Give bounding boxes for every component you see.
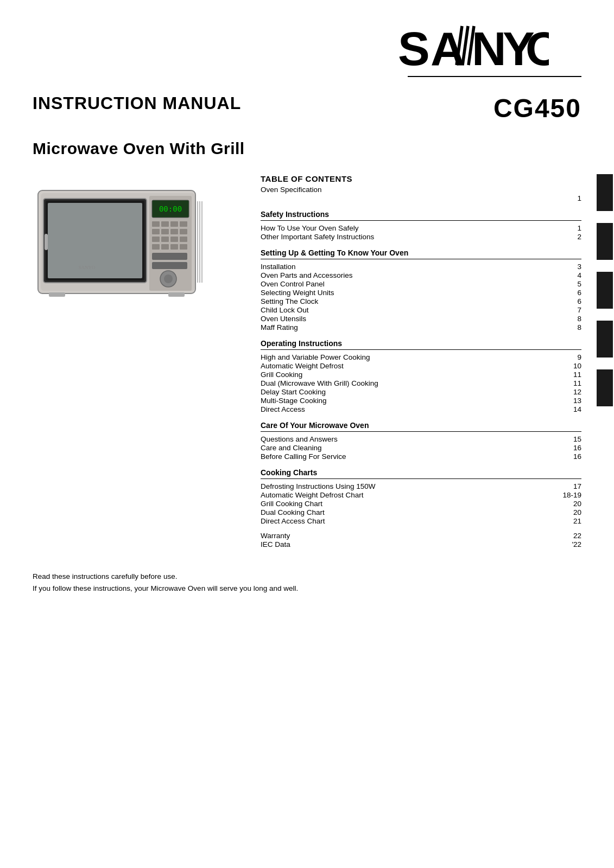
svg-rect-18	[161, 221, 169, 227]
toc-entry: Oven Control Panel5	[261, 280, 581, 288]
side-tab-1	[597, 174, 613, 211]
model-number: CG450	[493, 93, 581, 123]
toc-entry: High and Variable Power Cooking9	[261, 353, 581, 361]
toc-entry-page: 6	[560, 289, 581, 297]
svg-rect-21	[152, 229, 160, 234]
toc-entry: Delay Start Cooking12	[261, 388, 581, 396]
toc-entry: Warranty22	[261, 532, 581, 540]
page: S A N Y O INSTRUCTION MANUAL CG450 Micro…	[0, 0, 614, 868]
toc-divider-2	[261, 349, 581, 350]
toc-entry-page: 5	[560, 280, 581, 288]
toc-entry-label: Before Calling For Service	[261, 452, 560, 461]
toc-entry-label: Oven Control Panel	[261, 280, 560, 288]
toc-entry: Dual Cooking Chart20	[261, 508, 581, 516]
toc-entry-page: 7	[560, 306, 581, 314]
header-row: INSTRUCTION MANUAL CG450	[33, 93, 581, 123]
toc-oven-spec-label: Oven Specification	[261, 186, 560, 194]
svg-rect-20	[180, 221, 187, 227]
svg-rect-26	[161, 237, 169, 242]
toc-entry-label: Warranty	[261, 532, 560, 540]
side-tab-5	[597, 369, 613, 406]
toc-section-heading-0: Safety Instructions	[261, 210, 581, 219]
toc-entry-label: High and Variable Power Cooking	[261, 353, 560, 361]
microwave-image-area: 00:00	[33, 174, 239, 549]
toc-entry-label: Other Important Safety Instructions	[261, 233, 560, 241]
toc-entry: Selecting Weight Units6	[261, 289, 581, 297]
toc-entry: Dual (Microwave With Grill) Cooking11	[261, 379, 581, 387]
toc-entry: Grill Cooking11	[261, 371, 581, 379]
toc-entry: Defrosting Instructions Using 150W17	[261, 482, 581, 490]
footer-line1: Read these instructions carefully before…	[33, 571, 581, 583]
toc-entry-page: 8	[560, 323, 581, 331]
toc-entry-page: 11	[560, 371, 581, 379]
microwave-illustration: 00:00	[33, 174, 206, 304]
toc-entry-label: Grill Cooking	[261, 371, 560, 379]
toc-entry-page: 9	[560, 353, 581, 361]
sanyo-logo-svg: S A N Y O	[397, 22, 549, 71]
product-title: Microwave Oven With Grill	[33, 139, 581, 158]
toc-entry-label: Child Lock Out	[261, 306, 560, 314]
toc-entry-label: Direct Access Chart	[261, 517, 560, 525]
svg-rect-41	[168, 292, 185, 297]
toc-entry-label: How To Use Your Oven Safely	[261, 224, 560, 232]
svg-rect-31	[170, 244, 178, 250]
logo-underline	[408, 76, 581, 77]
toc-entry-label: Dual (Microwave With Grill) Cooking	[261, 379, 560, 387]
side-tab-3	[597, 272, 613, 309]
side-tab-2	[597, 223, 613, 260]
oven-spec-page: 1	[261, 194, 581, 202]
toc-entry-page: 22	[560, 532, 581, 540]
toc-section-heading-2: Operating Instructions	[261, 339, 581, 348]
toc-divider-3	[261, 431, 581, 432]
toc-entry-label: Questions and Answers	[261, 435, 560, 443]
svg-rect-27	[170, 237, 178, 242]
svg-rect-25	[152, 237, 160, 242]
svg-text:N: N	[472, 22, 507, 71]
toc-entry-page: 11	[560, 379, 581, 387]
toc-entry-page: 6	[560, 297, 581, 305]
svg-rect-24	[180, 229, 187, 234]
toc-entry-label: Direct Access	[261, 405, 560, 413]
toc-entry-page: 14	[560, 405, 581, 413]
toc-entry-page: 10	[560, 362, 581, 370]
toc-entry-label: Oven Utensils	[261, 315, 560, 323]
toc-entry: Oven Utensils8	[261, 315, 581, 323]
toc-divider-1	[261, 259, 581, 259]
toc-entry-label: Care and Cleaning	[261, 444, 560, 452]
toc-entry-page: 21	[560, 517, 581, 525]
toc-entry-page: 13	[560, 397, 581, 405]
toc-entry: Direct Access14	[261, 405, 581, 413]
toc-entry: Questions and Answers15	[261, 435, 581, 443]
svg-rect-33	[152, 253, 187, 260]
svg-point-36	[164, 275, 173, 283]
toc-entry-label: Maff Rating	[261, 323, 560, 331]
toc-entry-page: 4	[560, 271, 581, 279]
toc-entry-label: IEC Data	[261, 540, 560, 548]
svg-rect-19	[170, 221, 178, 227]
toc-entry-page: 20	[560, 508, 581, 516]
toc-entry-label: Automatic Weight Defrost Chart	[261, 491, 560, 499]
svg-rect-28	[180, 237, 187, 242]
main-content: 00:00	[33, 174, 581, 549]
toc-section-heading-3: Care Of Your Microwave Oven	[261, 421, 581, 430]
toc-section-heading-4: Cooking Charts	[261, 468, 581, 477]
toc-entry-page: 16	[560, 444, 581, 452]
toc-entry: Before Calling For Service16	[261, 452, 581, 461]
toc-entry-page: 12	[560, 388, 581, 396]
toc-entry-page: 8	[560, 315, 581, 323]
toc-entry-page: 20	[560, 500, 581, 508]
toc-entry-page: 16	[560, 452, 581, 461]
toc-divider-4	[261, 478, 581, 479]
instruction-manual-title: INSTRUCTION MANUAL	[33, 93, 241, 113]
side-tab-4	[597, 321, 613, 358]
toc-entry: Maff Rating8	[261, 323, 581, 331]
toc-entry: How To Use Your Oven Safely1	[261, 224, 581, 232]
toc-entry: Grill Cooking Chart20	[261, 500, 581, 508]
toc-entry: Multi-Stage Cooking13	[261, 397, 581, 405]
toc-entry-page: 2	[560, 233, 581, 241]
toc-entry-label: Dual Cooking Chart	[261, 508, 560, 516]
svg-rect-17	[152, 221, 160, 227]
toc-entry: IEC Data'22	[261, 540, 581, 548]
toc-entry: Oven Parts and Accessories4	[261, 271, 581, 279]
toc-entry-page: 3	[560, 263, 581, 271]
